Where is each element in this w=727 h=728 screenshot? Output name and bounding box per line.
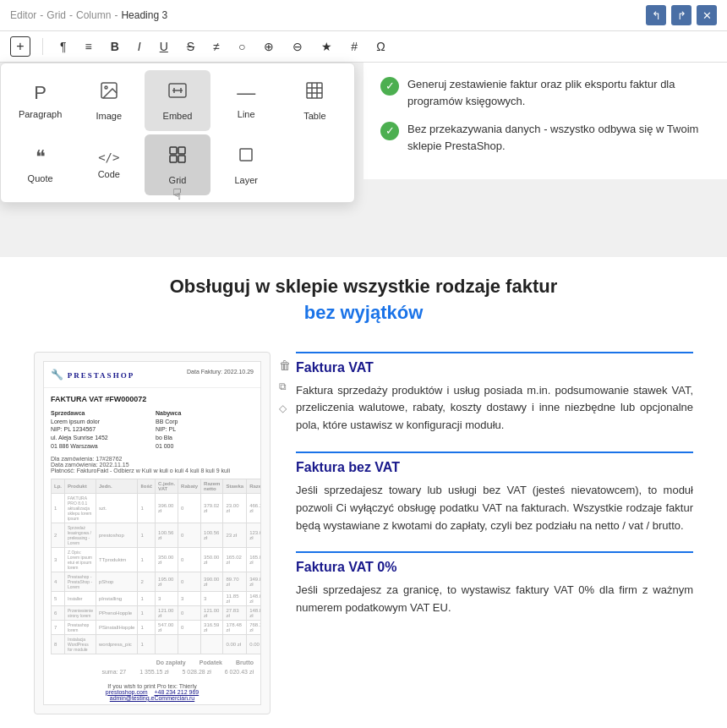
embed-icon: [167, 80, 188, 106]
invoice-section: 🔧 PRESTASHOP Data Faktury: 2022.10.29 FA…: [34, 352, 693, 714]
quote-icon: ❝: [36, 146, 46, 168]
invoice-types: 🗑 ⧉ ◇ Faktura VAT Faktura sprzedaży prod…: [296, 352, 693, 634]
block-embed[interactable]: Embed: [145, 70, 210, 131]
inv-date: Data Faktury: 2022.10.29: [187, 369, 254, 375]
svg-rect-12: [178, 147, 185, 154]
invoice-type-bez-vat-title: Faktura bez VAT: [296, 452, 693, 475]
block-line-label: Line: [238, 109, 255, 119]
close-button[interactable]: ✕: [697, 5, 717, 25]
inv-seller: Sprzedawca Lorem ipsum dolorNIP: PL 1234…: [51, 410, 149, 451]
page-content: Obsługuj w sklepie wszystkie rodzaje fak…: [0, 257, 727, 728]
paragraph-button[interactable]: ¶: [55, 36, 72, 57]
strikethrough-button[interactable]: S: [182, 36, 200, 57]
check-icon-2: ✓: [380, 122, 399, 140]
settings-icon[interactable]: ◇: [279, 402, 292, 416]
main-area: P Paragraph Image: [0, 63, 727, 728]
invoice-image: 🔧 PRESTASHOP Data Faktury: 2022.10.29 FA…: [43, 361, 261, 705]
invoice-type-vat-title: Faktura VAT: [296, 360, 693, 375]
check-icon-1: ✓: [380, 77, 399, 96]
grid-icon: [167, 145, 188, 170]
trash-icon[interactable]: 🗑: [279, 359, 292, 372]
svg-rect-15: [240, 149, 252, 161]
block-code-label: Code: [98, 169, 120, 179]
code-icon: </>: [98, 151, 119, 164]
block-grid-label: Grid: [169, 175, 187, 185]
invoice-preview: 🔧 PRESTASHOP Data Faktury: 2022.10.29 FA…: [34, 352, 271, 714]
svg-rect-14: [178, 156, 185, 162]
block-picker-popup: P Paragraph Image: [0, 63, 355, 203]
feature-text-1: Generuj zestawienie faktur oraz plik eks…: [407, 76, 710, 109]
breadcrumb-grid[interactable]: Grid: [46, 9, 66, 21]
feature-item-1: ✓ Generuj zestawienie faktur oraz plik e…: [380, 76, 710, 109]
block-quote-label: Quote: [28, 173, 53, 183]
block-quote[interactable]: ❝ Quote: [8, 134, 73, 195]
block-grid[interactable]: Grid ☟: [145, 134, 210, 195]
table-icon: [304, 80, 325, 106]
breadcrumb-current: Heading 3: [121, 9, 167, 21]
svg-rect-6: [307, 83, 322, 98]
breadcrumb: Editor - Grid - Column - Heading 3 ↰ ↱ ✕: [0, 0, 727, 31]
omega-button[interactable]: Ω: [371, 36, 390, 57]
block-paragraph-label: Paragraph: [19, 109, 62, 119]
add-block-button[interactable]: +: [10, 36, 30, 57]
inv-table: Lp.ProduktJedn.IlośćC.jedn. VATRabatyRaz…: [51, 479, 261, 654]
block-table[interactable]: Table: [282, 70, 347, 131]
block-table-label: Table: [303, 111, 325, 121]
star-button[interactable]: ★: [316, 36, 337, 57]
heading-line1: Obsługuj w sklepie wszystkie rodzaje fak…: [170, 276, 557, 297]
copy-icon[interactable]: ⧉: [279, 380, 292, 394]
inv-footer: If you wish to print Pro tex: Thierly pr…: [44, 680, 260, 704]
block-image[interactable]: Image: [76, 70, 141, 131]
block-paragraph[interactable]: P Paragraph: [8, 70, 73, 131]
breadcrumb-sep3: -: [114, 9, 118, 21]
breadcrumb-column[interactable]: Column: [76, 9, 111, 21]
invoice-action-icons: 🗑 ⧉ ◇: [279, 359, 292, 416]
invoice-type-bez-vat-text: Jeśli sprzedajesz towary lub usługi bez …: [296, 482, 693, 534]
features-section: ✓ Generuj zestawienie faktur oraz plik e…: [364, 63, 727, 179]
invoice-type-vat-text: Faktura sprzedaży produktów i usług posi…: [296, 382, 693, 435]
link-button[interactable]: ⊕: [259, 36, 279, 57]
block-picker-grid: P Paragraph Image: [8, 70, 347, 195]
editor-toolbar: + ¶ ≡ B I U S ≠ ○ ⊕ ⊖ ★ # Ω: [0, 31, 727, 63]
page-heading: Obsługuj w sklepie wszystkie rodzaje fak…: [34, 274, 693, 326]
breadcrumb-sep1: -: [40, 9, 43, 21]
block-embed-label: Embed: [163, 111, 193, 121]
svg-rect-11: [170, 147, 177, 154]
breadcrumb-sep2: -: [69, 9, 73, 21]
italic-button[interactable]: I: [133, 36, 146, 57]
invoice-type-vat0-text: Jeśli sprzedajesz za granicę, to wystawi…: [296, 582, 693, 617]
block-line[interactable]: — Line: [214, 70, 279, 131]
invoice-type-vat: Faktura VAT Faktura sprzedaży produktów …: [296, 352, 693, 435]
inv-payment-info: Dla zamówienia: 17#28762 Data zamówienia…: [44, 454, 260, 475]
inv-title: FAKTURA VAT #FW000072: [44, 391, 260, 407]
block-layer-label: Layer: [234, 175, 258, 185]
bold-button[interactable]: B: [106, 36, 124, 57]
image-icon: [99, 80, 119, 106]
invoice-type-vat0-title: Faktura VAT 0%: [296, 551, 693, 575]
link2-button[interactable]: ⊖: [287, 36, 308, 57]
invoice-type-bez-vat: Faktura bez VAT Jeśli sprzedajesz towary…: [296, 452, 693, 534]
heading-section: Obsługuj w sklepie wszystkie rodzaje fak…: [34, 274, 693, 326]
block-layer[interactable]: Layer: [214, 134, 279, 195]
inv-logo: 🔧 PRESTASHOP: [51, 369, 134, 380]
invoice-type-vat0: Faktura VAT 0% Jeśli sprzedajesz za gran…: [296, 551, 693, 617]
block-code[interactable]: </> Code: [76, 134, 141, 195]
svg-rect-13: [170, 156, 177, 162]
feature-text-2: Bez przekazywania danych - wszystko odby…: [407, 121, 710, 154]
undo-button[interactable]: ↰: [646, 5, 666, 25]
cursor-hand-icon: ☟: [172, 185, 182, 204]
breadcrumb-editor[interactable]: Editor: [10, 9, 36, 21]
inv-buyer: Nabywca BB CorpNIP: PLbo Bla01 000: [156, 410, 254, 451]
block-image-label: Image: [96, 111, 123, 121]
list-button[interactable]: ≡: [80, 36, 97, 57]
line-icon: —: [237, 82, 255, 104]
circle-button[interactable]: ○: [233, 36, 250, 57]
svg-point-1: [105, 86, 107, 89]
redo-button[interactable]: ↱: [671, 5, 691, 25]
layer-icon: [236, 145, 256, 170]
code-inline-button[interactable]: ≠: [208, 36, 225, 57]
heading-line2: bez wyjątków: [304, 302, 424, 323]
underline-button[interactable]: U: [155, 36, 173, 57]
paragraph-icon: P: [34, 82, 46, 104]
hash-button[interactable]: #: [346, 36, 363, 57]
